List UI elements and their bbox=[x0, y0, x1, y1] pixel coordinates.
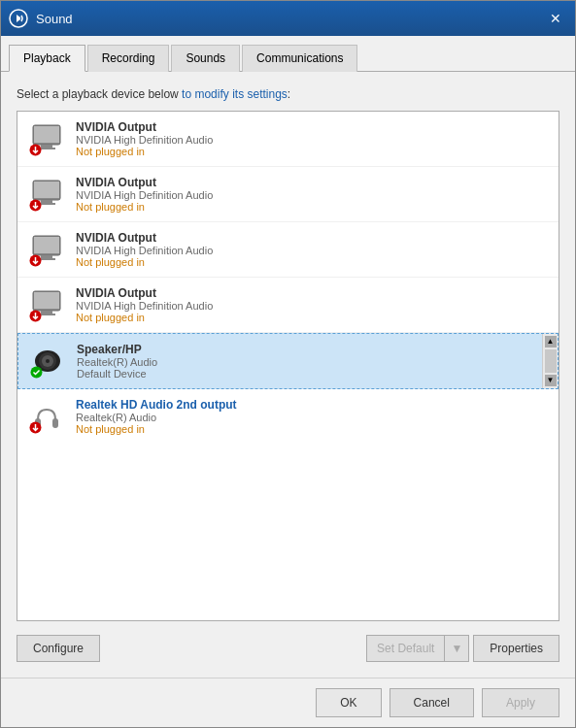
device-item-nvidia-1[interactable]: NVIDIA Output NVIDIA High Definition Aud… bbox=[17, 112, 559, 167]
device-driver: NVIDIA High Definition Audio bbox=[76, 245, 213, 256]
device-icon-monitor-2 bbox=[27, 175, 66, 214]
scroll-down-arrow[interactable]: ▼ bbox=[545, 375, 557, 386]
cancel-button[interactable]: Cancel bbox=[390, 688, 474, 717]
instruction-text: Select a playback device below to modify… bbox=[17, 87, 559, 101]
device-item-nvidia-4[interactable]: NVIDIA Output NVIDIA High Definition Aud… bbox=[17, 278, 559, 333]
svg-rect-8 bbox=[41, 200, 52, 203]
red-arrow-badge bbox=[29, 254, 42, 267]
red-arrow-badge bbox=[29, 199, 42, 212]
device-list[interactable]: NVIDIA Output NVIDIA High Definition Aud… bbox=[17, 111, 559, 621]
red-arrow-badge bbox=[29, 144, 42, 156]
device-info-nvidia-4: NVIDIA Output NVIDIA High Definition Aud… bbox=[76, 286, 213, 323]
tabs-container: Playback Recording Sounds Communications bbox=[1, 36, 575, 72]
device-info-nvidia-3: NVIDIA Output NVIDIA High Definition Aud… bbox=[76, 231, 213, 268]
device-name: NVIDIA Output bbox=[76, 176, 213, 189]
red-arrow-badge bbox=[29, 310, 42, 322]
device-item-nvidia-3[interactable]: NVIDIA Output NVIDIA High Definition Aud… bbox=[17, 222, 559, 278]
device-driver: Realtek(R) Audio bbox=[76, 412, 237, 423]
device-icon-speaker bbox=[28, 342, 67, 381]
svg-rect-27 bbox=[52, 418, 58, 428]
svg-rect-13 bbox=[41, 255, 52, 258]
scroll-up-arrow[interactable]: ▲ bbox=[545, 336, 557, 347]
ok-button[interactable]: OK bbox=[316, 688, 381, 717]
svg-rect-18 bbox=[41, 311, 52, 314]
green-check-badge bbox=[30, 366, 43, 379]
scroll-thumb[interactable] bbox=[545, 349, 557, 373]
svg-rect-3 bbox=[41, 145, 52, 148]
sound-window-icon bbox=[9, 9, 28, 28]
scrollbar[interactable]: ▲ ▼ bbox=[542, 334, 558, 388]
device-icon-monitor-4 bbox=[27, 285, 66, 324]
svg-rect-7 bbox=[34, 182, 59, 198]
device-info-speaker-hp: Speaker/HP Realtek(R) Audio Default Devi… bbox=[77, 343, 157, 380]
apply-button[interactable]: Apply bbox=[482, 688, 559, 717]
device-name: NVIDIA Output bbox=[76, 120, 213, 134]
device-name: NVIDIA Output bbox=[76, 231, 213, 245]
tab-playback[interactable]: Playback bbox=[9, 45, 85, 72]
svg-rect-12 bbox=[34, 237, 59, 253]
close-button[interactable]: ✕ bbox=[544, 7, 567, 30]
set-default-label: Set Default bbox=[367, 636, 444, 661]
device-status: Default Device bbox=[77, 368, 157, 380]
device-driver: NVIDIA High Definition Audio bbox=[76, 189, 213, 201]
set-default-dropdown-arrow[interactable]: ▼ bbox=[444, 636, 468, 661]
device-info-nvidia-2: NVIDIA Output NVIDIA High Definition Aud… bbox=[76, 176, 213, 213]
device-driver: Realtek(R) Audio bbox=[77, 356, 157, 368]
window-title: Sound bbox=[36, 12, 544, 26]
device-driver: NVIDIA High Definition Audio bbox=[76, 134, 213, 146]
properties-button[interactable]: Properties bbox=[473, 635, 559, 662]
main-content: Select a playback device below to modify… bbox=[1, 72, 575, 678]
action-buttons: Configure Set Default ▼ Properties bbox=[17, 635, 559, 662]
sound-dialog: Sound ✕ Playback Recording Sounds Commun… bbox=[0, 0, 576, 728]
device-status: Not plugged in bbox=[76, 423, 237, 435]
svg-rect-2 bbox=[34, 126, 59, 143]
tab-recording[interactable]: Recording bbox=[87, 45, 170, 72]
tab-sounds[interactable]: Sounds bbox=[171, 45, 240, 72]
device-name: Realtek HD Audio 2nd output bbox=[76, 398, 237, 412]
red-arrow-badge bbox=[29, 421, 42, 434]
device-driver: NVIDIA High Definition Audio bbox=[76, 300, 213, 312]
configure-button[interactable]: Configure bbox=[17, 635, 100, 662]
dialog-footer: OK Cancel Apply bbox=[1, 678, 575, 727]
svg-point-24 bbox=[46, 359, 50, 363]
device-icon-monitor-1 bbox=[27, 119, 66, 158]
set-default-button[interactable]: Set Default ▼ bbox=[366, 635, 469, 662]
device-info-nvidia-1: NVIDIA Output NVIDIA High Definition Aud… bbox=[76, 120, 213, 157]
device-status: Not plugged in bbox=[76, 256, 213, 268]
device-status: Not plugged in bbox=[76, 201, 213, 213]
device-item-realtek-2nd[interactable]: Realtek HD Audio 2nd output Realtek(R) A… bbox=[17, 389, 559, 444]
svg-rect-17 bbox=[34, 292, 59, 309]
device-icon-monitor-3 bbox=[27, 230, 66, 269]
device-item-nvidia-2[interactable]: NVIDIA Output NVIDIA High Definition Aud… bbox=[17, 167, 559, 222]
device-name: NVIDIA Output bbox=[76, 286, 213, 300]
device-item-speaker-hp[interactable]: Speaker/HP Realtek(R) Audio Default Devi… bbox=[17, 333, 559, 389]
right-button-group: Set Default ▼ Properties bbox=[366, 635, 559, 662]
tab-communications[interactable]: Communications bbox=[242, 45, 357, 72]
device-status: Not plugged in bbox=[76, 146, 213, 157]
device-name: Speaker/HP bbox=[77, 343, 157, 356]
title-bar: Sound ✕ bbox=[1, 1, 575, 36]
device-info-realtek-2nd: Realtek HD Audio 2nd output Realtek(R) A… bbox=[76, 398, 237, 435]
device-icon-headphone bbox=[27, 397, 66, 436]
device-status: Not plugged in bbox=[76, 312, 213, 323]
